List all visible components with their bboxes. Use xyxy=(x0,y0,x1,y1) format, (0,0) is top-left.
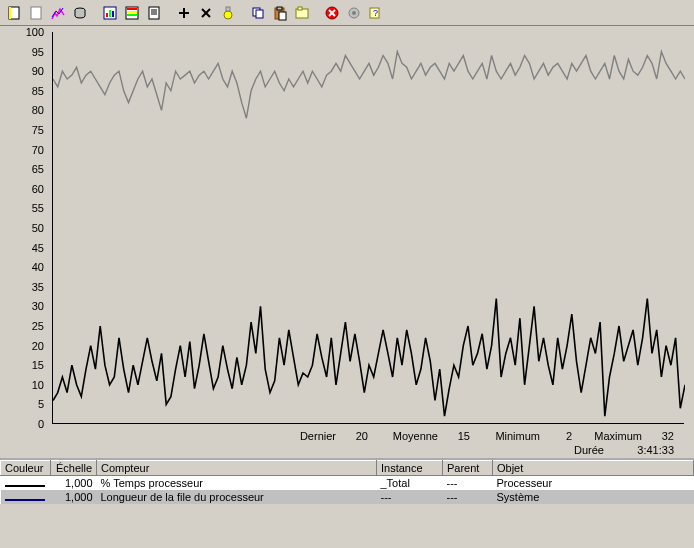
stat-avg-label: Moyenne xyxy=(382,430,438,442)
svg-point-20 xyxy=(224,11,232,19)
view-histogram-icon[interactable] xyxy=(122,3,142,23)
y-tick: 50 xyxy=(32,222,44,234)
color-swatch xyxy=(5,485,45,487)
svg-rect-9 xyxy=(127,8,137,10)
y-tick: 80 xyxy=(32,104,44,116)
stop-icon[interactable] xyxy=(322,3,342,23)
y-tick: 30 xyxy=(32,300,44,312)
stats-bar: Dernier20 Moyenne15 Minimum2 Maximum32 xyxy=(52,430,684,442)
y-tick: 95 xyxy=(32,46,44,58)
y-tick: 55 xyxy=(32,202,44,214)
y-tick: 20 xyxy=(32,340,44,352)
view-report-icon[interactable] xyxy=(144,3,164,23)
y-tick: 0 xyxy=(38,418,44,430)
y-axis: 0510152025303540455055606570758085909510… xyxy=(0,32,50,424)
y-tick: 70 xyxy=(32,144,44,156)
help-icon[interactable]: ? xyxy=(366,3,386,23)
stat-dur-label: Durée xyxy=(574,444,604,456)
view-log-icon[interactable] xyxy=(70,3,90,23)
cell-parent: --- xyxy=(443,490,493,504)
cell-objet: Système xyxy=(493,490,694,504)
y-tick: 10 xyxy=(32,379,44,391)
svg-rect-11 xyxy=(127,14,137,16)
add-icon[interactable] xyxy=(174,3,194,23)
svg-rect-7 xyxy=(112,11,114,17)
chart-area: 0510152025303540455055606570758085909510… xyxy=(0,26,694,458)
y-tick: 35 xyxy=(32,281,44,293)
svg-point-33 xyxy=(352,11,356,15)
y-tick: 5 xyxy=(38,398,44,410)
new-counter-set-icon[interactable] xyxy=(4,3,24,23)
stat-last-value: 20 xyxy=(342,430,368,442)
stat-min-value: 2 xyxy=(546,430,572,442)
y-tick: 75 xyxy=(32,124,44,136)
y-tick: 40 xyxy=(32,261,44,273)
cell-instance: --- xyxy=(377,490,443,504)
y-tick: 65 xyxy=(32,163,44,175)
svg-text:?: ? xyxy=(373,8,378,18)
table-row[interactable]: 1,000% Temps processeur_Total---Processe… xyxy=(1,476,694,491)
stat-max-value: 32 xyxy=(648,430,674,442)
svg-rect-23 xyxy=(256,10,263,18)
delete-icon[interactable] xyxy=(196,3,216,23)
copy-icon[interactable] xyxy=(248,3,268,23)
col-instance[interactable]: Instance xyxy=(377,461,443,476)
col-objet[interactable]: Objet xyxy=(493,461,694,476)
y-tick: 60 xyxy=(32,183,44,195)
svg-rect-21 xyxy=(226,7,230,11)
highlight-icon[interactable] xyxy=(218,3,238,23)
y-tick: 15 xyxy=(32,359,44,371)
col-compteur[interactable]: Compteur xyxy=(97,461,377,476)
y-tick: 85 xyxy=(32,85,44,97)
cell-compteur: % Temps processeur xyxy=(97,476,377,491)
svg-rect-25 xyxy=(277,7,282,10)
stat-max-label: Maximum xyxy=(586,430,642,442)
cell-echelle: 1,000 xyxy=(51,490,97,504)
svg-rect-6 xyxy=(109,10,111,17)
view-current-icon[interactable] xyxy=(48,3,68,23)
properties-icon[interactable] xyxy=(292,3,312,23)
cell-instance: _Total xyxy=(377,476,443,491)
color-swatch xyxy=(5,499,45,501)
duration-bar: Durée 3:41:33 xyxy=(52,444,684,456)
svg-rect-5 xyxy=(106,13,108,17)
toolbar: ? xyxy=(0,0,694,26)
stat-avg-value: 15 xyxy=(444,430,470,442)
svg-rect-28 xyxy=(298,7,302,10)
stat-dur-value: 3:41:33 xyxy=(624,444,674,456)
y-tick: 25 xyxy=(32,320,44,332)
plot xyxy=(52,32,684,424)
paste-icon[interactable] xyxy=(270,3,290,23)
svg-rect-10 xyxy=(127,11,137,13)
svg-rect-2 xyxy=(31,7,41,19)
stat-min-label: Minimum xyxy=(484,430,540,442)
col-parent[interactable]: Parent xyxy=(443,461,493,476)
view-chart-icon[interactable] xyxy=(100,3,120,23)
table-row[interactable]: 1,000Longueur de la file du processeur--… xyxy=(1,490,694,504)
stat-last-label: Dernier xyxy=(280,430,336,442)
col-echelle[interactable]: Échelle xyxy=(51,461,97,476)
counter-table: Couleur Échelle Compteur Instance Parent… xyxy=(0,458,694,504)
freeze-icon[interactable] xyxy=(344,3,364,23)
clear-display-icon[interactable] xyxy=(26,3,46,23)
cell-objet: Processeur xyxy=(493,476,694,491)
cell-compteur: Longueur de la file du processeur xyxy=(97,490,377,504)
y-tick: 45 xyxy=(32,242,44,254)
series-line xyxy=(53,299,685,417)
y-tick: 100 xyxy=(26,26,44,38)
svg-rect-1 xyxy=(9,7,11,19)
cell-parent: --- xyxy=(443,476,493,491)
y-tick: 90 xyxy=(32,65,44,77)
svg-rect-26 xyxy=(279,12,286,20)
series-line xyxy=(53,52,685,119)
svg-rect-12 xyxy=(149,7,159,19)
cell-echelle: 1,000 xyxy=(51,476,97,491)
col-couleur[interactable]: Couleur xyxy=(1,461,51,476)
table-header-row: Couleur Échelle Compteur Instance Parent… xyxy=(1,461,694,476)
